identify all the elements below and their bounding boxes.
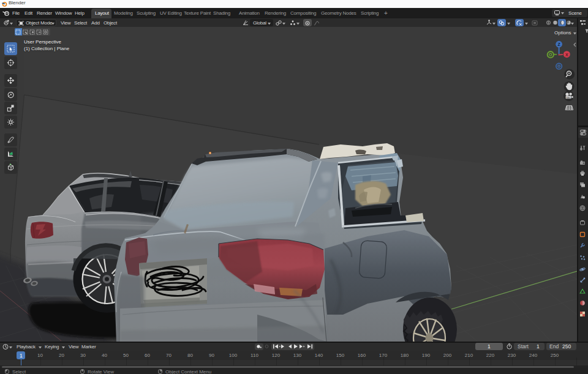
svg-text:Z: Z	[557, 42, 560, 47]
svg-text:X: X	[565, 53, 568, 57]
svg-text:REC: REC	[567, 97, 571, 99]
